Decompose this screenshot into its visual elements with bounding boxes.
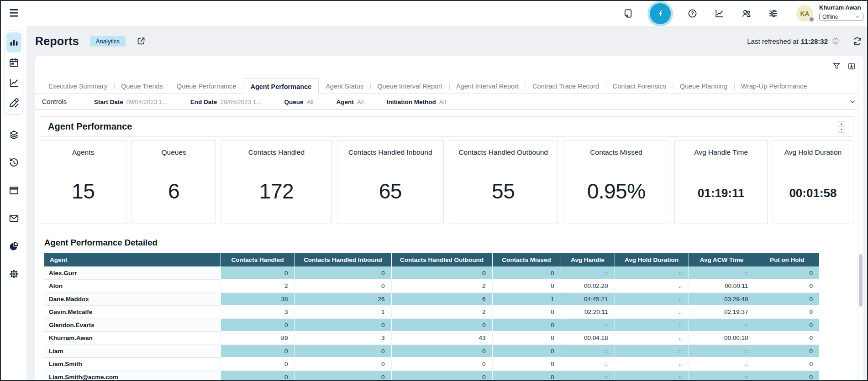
value-cell: 2 bbox=[391, 306, 492, 319]
tab-executive-summary[interactable]: Executive Summary bbox=[42, 78, 114, 94]
table-body: Alex.Gurr0000::::::0Alon202000:02:20::00… bbox=[44, 266, 819, 380]
filter-icon[interactable] bbox=[832, 62, 841, 71]
report-tabs: Executive SummaryQueue TrendsQueue Perfo… bbox=[35, 78, 863, 94]
kpi-card-contacts-missed: Contacts Missed0.95% bbox=[563, 140, 670, 224]
controls-expand-chevron-icon[interactable] bbox=[848, 98, 857, 106]
value-cell: 0 bbox=[755, 344, 819, 358]
tab-queue-planning[interactable]: Queue Planning bbox=[673, 78, 734, 94]
tab-queue-trends[interactable]: Queue Trends bbox=[114, 78, 170, 94]
sidebar-nav-group bbox=[5, 31, 23, 115]
value-cell: :: bbox=[615, 306, 689, 319]
avatar[interactable]: KA bbox=[796, 5, 813, 22]
value-cell: 0 bbox=[391, 266, 492, 280]
column-header-avg-acw-time: Avg ACW Time bbox=[689, 253, 755, 266]
control-value: 29/05/2023 1... bbox=[220, 99, 261, 105]
controls-label[interactable]: Controls bbox=[42, 98, 67, 105]
refresh-icon[interactable] bbox=[852, 36, 863, 47]
control-queue[interactable]: QueueAll bbox=[284, 99, 313, 105]
value-cell: 89 bbox=[221, 332, 295, 345]
value-cell: 0 bbox=[755, 292, 819, 306]
tab-wrap-up-performance[interactable]: Wrap-Up Performance bbox=[734, 78, 814, 94]
value-cell: :: bbox=[615, 292, 689, 306]
layers-icon bbox=[8, 129, 20, 141]
tab-agent-status[interactable]: Agent Status bbox=[319, 78, 370, 94]
notes-icon[interactable] bbox=[623, 8, 633, 19]
value-cell: 0 bbox=[295, 344, 391, 358]
value-cell: :: bbox=[615, 371, 689, 380]
status-select[interactable]: Offline bbox=[819, 13, 863, 21]
design-icon bbox=[8, 97, 20, 109]
external-link-icon[interactable] bbox=[136, 36, 146, 46]
help-icon[interactable]: ? bbox=[687, 8, 698, 19]
value-cell: :: bbox=[615, 318, 689, 332]
control-end-date[interactable]: End Date29/05/2023 1... bbox=[190, 99, 262, 105]
agent-name-cell: Alex.Gurr bbox=[44, 266, 221, 280]
sidebar-item-window[interactable] bbox=[7, 184, 20, 197]
table-row-alon: Alon202000:02:20::00:00:110 bbox=[44, 280, 819, 293]
lightning-icon-button[interactable] bbox=[650, 3, 671, 24]
tab-agent-interval-report[interactable]: Agent Interval Report bbox=[449, 78, 526, 94]
value-cell: 0 bbox=[221, 266, 295, 280]
sidebar-item-bar-chart[interactable] bbox=[6, 32, 21, 52]
contacts-icon[interactable] bbox=[741, 8, 752, 19]
kpi-value: 6 bbox=[132, 179, 216, 204]
tab-contact-forensics[interactable]: Contact Forensics bbox=[606, 78, 673, 94]
download-icon[interactable] bbox=[847, 62, 856, 71]
kpi-label: Contacts Handled Inbound bbox=[337, 148, 443, 157]
value-cell: 0 bbox=[391, 358, 492, 371]
sidebar-item-layers[interactable] bbox=[7, 128, 20, 141]
window-icon bbox=[8, 185, 20, 196]
info-icon[interactable] bbox=[831, 37, 840, 45]
value-cell: 03:29:48 bbox=[689, 292, 755, 306]
controls-filters: Start Date09/04/2023 1...End Date29/05/2… bbox=[94, 99, 446, 105]
kpi-label: Avg Handle Time bbox=[675, 148, 767, 157]
control-value: All bbox=[357, 99, 364, 105]
sidebar-item-mail[interactable] bbox=[7, 212, 20, 224]
tab-contract-trace-record[interactable]: Contract Trace Record bbox=[526, 78, 606, 94]
control-initiation-method[interactable]: Initiation MethodAll bbox=[387, 99, 446, 105]
control-agent[interactable]: AgentAll bbox=[336, 99, 363, 105]
last-refreshed-label: Last refreshed at bbox=[747, 37, 799, 45]
settings-sliders-icon[interactable] bbox=[768, 8, 779, 19]
value-cell: 0 bbox=[755, 280, 819, 293]
sidebar-item-gear[interactable] bbox=[7, 267, 20, 280]
section-stepper[interactable]: ▲▼ bbox=[838, 121, 845, 133]
value-cell: 0 bbox=[221, 371, 295, 380]
page-header: Reports Analytics Last refreshed at 11:2… bbox=[35, 32, 863, 50]
hamburger-menu-icon[interactable] bbox=[8, 7, 20, 19]
tab-queue-performance[interactable]: Queue Performance bbox=[170, 78, 243, 94]
table-row-khurram-awan: Khurram.Awan89343000:04:18::00:00:100 bbox=[44, 332, 819, 345]
sidebar-item-history[interactable] bbox=[7, 156, 20, 169]
tab-queue-interval-report[interactable]: Queue Interval Report bbox=[370, 78, 449, 94]
table-row-liam: Liam0000::::::0 bbox=[44, 344, 819, 358]
agent-name-cell: Khurram.Awan bbox=[44, 332, 221, 345]
value-cell: :: bbox=[615, 332, 689, 345]
status-dot-icon bbox=[809, 17, 814, 22]
sidebar-item-line-chart[interactable] bbox=[6, 73, 21, 93]
agent-name-cell: Glendon.Evarts bbox=[44, 318, 221, 332]
value-cell: 02:19:37 bbox=[689, 306, 755, 319]
value-cell: 38 bbox=[221, 292, 295, 306]
scrollbar-thumb[interactable] bbox=[859, 254, 863, 307]
sidebar-item-calendar[interactable] bbox=[6, 52, 21, 73]
sidebar-item-pie-chart[interactable] bbox=[7, 240, 20, 252]
value-cell: :: bbox=[689, 344, 755, 358]
kpi-label: Contacts Handled Outbound bbox=[449, 148, 558, 157]
value-cell: 00:04:18 bbox=[561, 332, 615, 345]
table-row-gavin-metcalfe: Gavin.Metcalfe312002:20:11::02:19:370 bbox=[44, 306, 819, 319]
kpi-label: Contacts Missed bbox=[563, 148, 669, 157]
value-cell: 00:00:11 bbox=[689, 280, 755, 293]
kpi-value: 15 bbox=[40, 179, 126, 204]
value-cell: 0 bbox=[391, 344, 492, 358]
metrics-icon[interactable] bbox=[714, 8, 725, 19]
agent-performance-table: AgentContacts HandledContacts Handled In… bbox=[44, 253, 819, 380]
value-cell: 04:45:21 bbox=[561, 292, 615, 306]
value-cell: 0 bbox=[295, 318, 391, 332]
mail-icon bbox=[8, 213, 20, 224]
tab-agent-performance[interactable]: Agent Performance bbox=[243, 78, 319, 94]
control-start-date[interactable]: Start Date09/04/2023 1... bbox=[94, 99, 168, 105]
sidebar-item-design[interactable] bbox=[6, 93, 21, 113]
panel-scrollbar[interactable] bbox=[857, 56, 863, 380]
control-value: All bbox=[439, 99, 446, 105]
kpi-label: Agents bbox=[40, 148, 126, 157]
